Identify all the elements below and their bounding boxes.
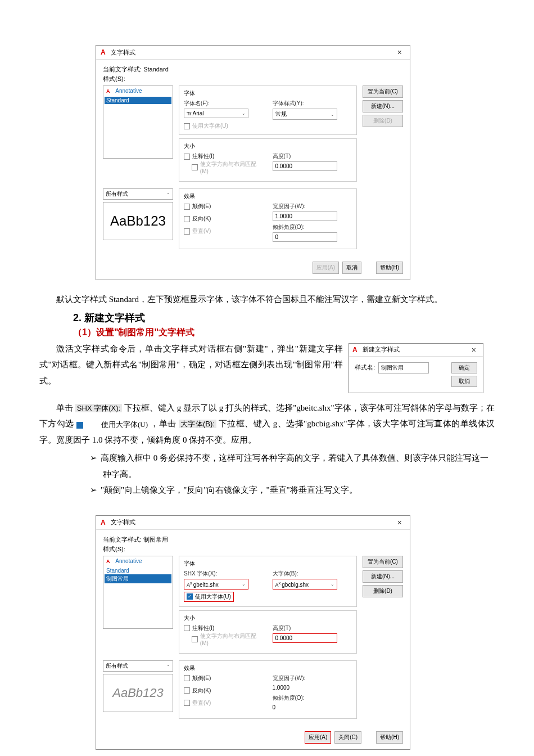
shx-font-label: SHX 字体(X): — [184, 570, 264, 578]
all-styles-select[interactable]: 所有样式 ⌄ — [103, 188, 173, 200]
delete-button[interactable]: 删除(D) — [363, 585, 403, 597]
text-style-dialog-1: A 文字样式 × 当前文字样式: Standard 样式(S): A Annot… — [96, 45, 410, 280]
body-paragraph-1: 默认文字样式 Standard，左下预览框显示字体，该字体不符合国标且不能注写汉… — [39, 291, 495, 308]
backwards-checkbox-label: 反向(K) — [192, 687, 211, 695]
all-styles-select[interactable]: 所有样式 ⌄ — [103, 660, 173, 672]
set-current-button[interactable]: 置为当前(C) — [363, 86, 403, 98]
oblique-input[interactable]: 0 — [273, 232, 337, 242]
height-input[interactable]: 0.0000 — [273, 633, 337, 643]
style-item-annotative[interactable]: A Annotative — [105, 87, 171, 97]
cancel-button[interactable]: 取消 — [451, 376, 477, 387]
ok-button[interactable]: 确定 — [451, 362, 477, 374]
new-text-style-dialog: A 新建文字样式 × 样式名: 制图常用 确定 取消 — [349, 343, 483, 393]
shx-font-value: gbeitc.shx — [193, 582, 219, 588]
annotative-checkbox-label: 注释性(I) — [192, 624, 214, 632]
bullet-arrow-icon: ➢ — [90, 485, 97, 494]
current-style-label: 当前文字样式: — [103, 66, 142, 73]
para3-mid2: ，单击 — [150, 419, 176, 428]
style-name-input[interactable]: 制图常用 — [378, 362, 429, 374]
new-button[interactable]: 新建(N)... — [363, 570, 403, 583]
style-item-label: Annotative — [115, 88, 142, 94]
all-styles-label: 所有样式 — [106, 190, 128, 198]
match-checkbox: 使文字方向与布局匹配(M) — [192, 632, 264, 646]
current-style-label: 当前文字样式: — [103, 536, 142, 543]
effects-group-label: 效果 — [184, 192, 352, 200]
apply-button[interactable]: 应用(A) — [305, 731, 331, 744]
style-item-standard[interactable]: Standard — [105, 97, 171, 104]
style-item-zhitu[interactable]: 制图常用 — [105, 574, 171, 583]
inline-bigfont-checked: ✓使用大字体(U) — [76, 418, 148, 432]
size-group-label: 大小 — [184, 142, 352, 150]
width-input[interactable]: 1.0000 — [273, 212, 337, 221]
upside-checkbox-label: 颠倒(E) — [192, 202, 211, 210]
current-style-value: 制图常用 — [143, 536, 168, 543]
style-item-standard[interactable]: Standard — [105, 567, 171, 574]
effects-fieldset: 效果 颠倒(E) 反向(K) 垂直(V) 宽度因子(W): 1.0000 倾斜角… — [179, 660, 357, 719]
size-group-label: 大小 — [184, 614, 352, 622]
all-styles-label: 所有样式 — [106, 662, 128, 670]
chevron-down-icon: ⌄ — [166, 662, 170, 670]
chevron-down-icon: ⌄ — [331, 112, 334, 117]
subsection-1-title: （1）设置"制图常用"文字样式 — [73, 327, 495, 339]
backwards-checkbox[interactable]: 反向(K) — [184, 687, 264, 695]
bigfont-label: 大字体(B): — [273, 570, 352, 578]
style-item-annotative[interactable]: A Annotative — [105, 557, 171, 567]
match-checkbox-label: 使文字方向与布局匹配(M) — [200, 160, 264, 174]
close-icon[interactable]: × — [394, 518, 405, 527]
body-paragraph-3: 单击 SHX 字体(X): 下拉框、键入 g 显示了以 g 打头的样式、选择"g… — [39, 400, 495, 448]
styles-label: 样式(S): — [103, 545, 403, 554]
bigfont-select[interactable]: Axgbcbig.shx ⌄ — [273, 579, 337, 590]
section-2-title: 2. 新建文字样式 — [73, 311, 495, 325]
height-input[interactable]: 0.0000 — [273, 161, 337, 171]
height-label: 高度(T) — [273, 624, 352, 632]
annotative-checkbox[interactable]: 注释性(I) — [184, 152, 264, 160]
dialog-title: 文字样式 — [111, 48, 135, 57]
styles-listbox[interactable]: A Annotative Standard — [103, 86, 173, 159]
bullet-2-text: "颠倒"向上镜像文字，"反向"向右镜像文字，"垂直"将垂直注写文字。 — [101, 485, 357, 494]
styles-listbox[interactable]: A Annotative Standard 制图常用 — [103, 556, 173, 629]
bigfont-checkbox[interactable]: ✓ 使用大字体(U) — [184, 592, 234, 602]
new-button[interactable]: 新建(N)... — [363, 100, 403, 112]
style-name-label: 样式名: — [355, 363, 375, 372]
upside-checkbox[interactable]: 颠倒(E) — [184, 202, 264, 210]
height-label: 高度(T) — [273, 152, 352, 160]
cancel-button[interactable]: 取消 — [342, 262, 361, 274]
vertical-checkbox: 垂直(V) — [184, 227, 264, 235]
app-a-icon: A — [101, 48, 108, 56]
small-dialog-titlebar: A 新建文字样式 × — [349, 344, 483, 357]
apply-button: 应用(A) — [313, 262, 339, 274]
font-name-select[interactable]: TrArial ⌄ — [184, 109, 248, 118]
help-button[interactable]: 帮助(H) — [376, 731, 403, 744]
match-checkbox-label: 使文字方向与布局匹配(M) — [200, 632, 264, 646]
font-name-value: Arial — [193, 110, 204, 116]
font-group-label: 字体 — [184, 89, 352, 97]
style-item-label: Annotative — [115, 558, 142, 564]
chevron-down-icon: ⌄ — [166, 190, 170, 198]
close-icon[interactable]: × — [468, 345, 479, 354]
app-a-icon: A — [101, 519, 108, 526]
para3-pre: 单击 — [56, 403, 73, 412]
upside-checkbox[interactable]: 颠倒(E) — [184, 674, 264, 682]
set-current-button[interactable]: 置为当前(C) — [363, 556, 403, 568]
chevron-down-icon: ⌄ — [242, 582, 246, 587]
dialog-titlebar: A 文字样式 × — [96, 46, 410, 60]
bigfont-checkbox-label: 使用大字体(U) — [192, 122, 228, 130]
upside-checkbox-label: 颠倒(E) — [192, 674, 211, 682]
size-fieldset: 大小 注释性(I) 使文字方向与布局匹配(M) — [179, 610, 357, 654]
backwards-checkbox[interactable]: 反向(K) — [184, 215, 264, 223]
help-button[interactable]: 帮助(H) — [376, 262, 403, 274]
close-button[interactable]: 关闭(C) — [334, 731, 361, 744]
font-style-select[interactable]: 常规 ⌄ — [273, 109, 337, 120]
bigfont-checkbox: 使用大字体(U) — [184, 122, 352, 130]
preview-box: AaBb123 — [103, 202, 173, 240]
vertical-checkbox: 垂直(V) — [184, 699, 264, 707]
close-icon[interactable]: × — [394, 48, 405, 57]
oblique-label: 倾斜角度(O): — [273, 223, 352, 231]
shx-font-select[interactable]: Axgbeitc.shx ⌄ — [184, 579, 248, 590]
annotative-checkbox[interactable]: 注释性(I) — [184, 624, 264, 632]
backwards-checkbox-label: 反向(K) — [192, 215, 211, 223]
dialog-titlebar: A 文字样式 × — [96, 516, 410, 530]
oblique-label: 倾斜角度(O): — [273, 694, 352, 702]
font-fieldset: 字体 字体名(F): TrArial ⌄ 字体样式(Y): — [179, 86, 357, 135]
chevron-down-icon: ⌄ — [242, 111, 246, 116]
